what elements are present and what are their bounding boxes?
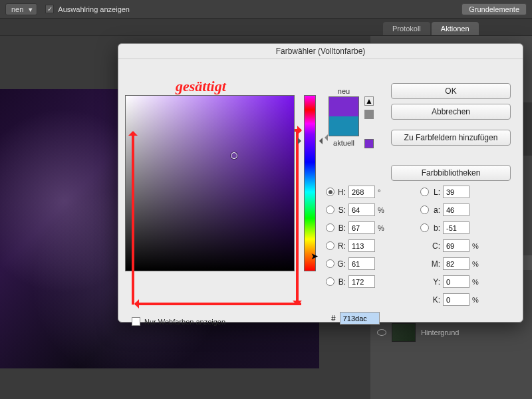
gamut-warning-icon[interactable]: ▲ — [364, 96, 374, 106]
input-brgb[interactable] — [348, 275, 375, 288]
input-k[interactable] — [443, 293, 469, 306]
tab-protokoll[interactable]: Protokoll — [383, 22, 430, 35]
panel-tabs: Protokoll Aktionen — [0, 19, 532, 36]
input-g[interactable] — [348, 257, 375, 270]
arrow-bottom — [135, 303, 301, 305]
web-colors-checkbox[interactable]: Nur Webfarben anzeigen — [132, 317, 225, 326]
swatch-current-label: aktuell — [329, 139, 359, 147]
radio-l[interactable] — [420, 188, 429, 196]
arrow-left — [132, 132, 134, 305]
color-swatch-area: neu aktuell — [329, 87, 359, 147]
color-field[interactable] — [125, 95, 295, 271]
input-b[interactable] — [443, 221, 469, 234]
swatch-new[interactable] — [329, 97, 358, 116]
radio-bhsb[interactable] — [326, 223, 334, 232]
radio-s[interactable] — [326, 205, 334, 214]
annotation-saturated: gesättigt — [176, 78, 226, 95]
visibility-icon[interactable] — [377, 329, 386, 336]
swatch-warning-icons: ▲ — [364, 96, 374, 119]
input-c[interactable] — [443, 239, 469, 252]
input-m[interactable] — [443, 257, 469, 270]
tool-preset-select[interactable]: nen — [5, 3, 37, 15]
essentials-button[interactable]: Grundelemente — [462, 3, 527, 15]
dialog-title: Farbwähler (Volltonfarbe) — [118, 44, 523, 59]
radio-h[interactable] — [326, 188, 334, 196]
color-values-grid: H:° L: S:% a: B:% b: R: C:% G: M:% B: Y:… — [326, 186, 485, 306]
input-bhsb[interactable] — [348, 221, 375, 234]
radio-brgb[interactable] — [326, 277, 334, 286]
layer-row[interactable]: Hintergrund — [377, 323, 459, 342]
layer-label: Hintergrund — [421, 329, 459, 336]
checkbox-icon[interactable] — [132, 317, 140, 326]
hex-label: # — [331, 314, 336, 323]
radio-g[interactable] — [326, 259, 334, 268]
arrow-right — [296, 132, 299, 305]
input-h[interactable] — [348, 186, 375, 198]
options-bar: nen ✓ Auswahlring anzeigen Grundelemente — [0, 0, 532, 19]
color-picker-cursor[interactable] — [231, 152, 237, 159]
hex-row: # — [331, 312, 380, 325]
checkbox-label: Auswahlring anzeigen — [58, 5, 130, 13]
swatch-box[interactable] — [329, 96, 359, 136]
mini-swatch[interactable] — [364, 139, 374, 148]
input-y[interactable] — [443, 275, 469, 288]
checkbox-icon[interactable]: ✓ — [45, 5, 54, 13]
cube-icon[interactable] — [364, 110, 374, 119]
add-to-swatches-button[interactable]: Zu Farbfeldern hinzufügen — [391, 130, 511, 146]
show-selection-ring-checkbox[interactable]: ✓ Auswahlring anzeigen — [45, 5, 130, 13]
swatch-new-label: neu — [329, 87, 359, 95]
input-hex[interactable] — [340, 312, 380, 325]
dialog-buttons: OK Abbrechen Zu Farbfeldern hinzufügen F… — [391, 83, 511, 181]
tab-aktionen[interactable]: Aktionen — [432, 22, 479, 35]
hue-indicator-left — [298, 138, 305, 144]
panel-edge — [523, 102, 532, 156]
input-r[interactable] — [348, 239, 375, 252]
radio-b[interactable] — [420, 223, 429, 232]
swatch-compare-arrow — [321, 134, 328, 141]
layer-thumbnail — [392, 323, 416, 342]
color-picker-dialog: Farbwähler (Volltonfarbe) gesättigt dunk… — [118, 43, 523, 323]
input-s[interactable] — [348, 203, 375, 216]
color-field-container: 1) Nur Webfarben anzeigen — [125, 95, 295, 271]
web-colors-label: Nur Webfarben anzeigen — [144, 318, 225, 326]
hue-slider[interactable] — [304, 95, 316, 271]
ok-button[interactable]: OK — [391, 83, 511, 99]
input-a[interactable] — [443, 203, 469, 216]
input-l[interactable] — [443, 186, 469, 198]
cancel-button[interactable]: Abbrechen — [391, 104, 511, 120]
radio-a[interactable] — [420, 205, 429, 214]
color-libraries-button[interactable]: Farbbibliotheken — [391, 165, 511, 181]
swatch-current[interactable] — [329, 116, 358, 136]
radio-r[interactable] — [326, 241, 334, 250]
